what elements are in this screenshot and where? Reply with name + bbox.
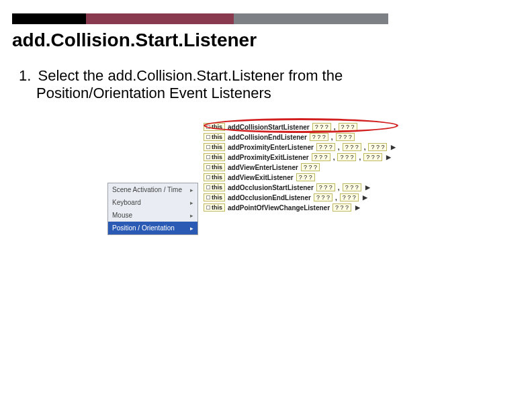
listener-row[interactable]: thisaddViewEnterListener? ? ? [204,163,396,172]
chip-square-icon [206,135,210,139]
expand-caret-icon: ▶ [365,184,370,191]
param-separator: , [364,144,366,151]
this-chip: this [204,173,225,181]
param-separator: , [335,194,337,201]
param-placeholder: ? ? ? [310,133,328,141]
chip-square-icon [206,125,210,129]
instruction-line2: Position/Orientation Event Listeners [19,85,532,102]
this-label: this [212,144,222,150]
listener-list: thisaddCollisionStartListener? ? ?,? ? ?… [204,122,396,212]
accent-gray [234,13,388,24]
accent-black [12,13,86,24]
param-placeholder: ? ? ? [337,153,356,161]
param-separator: , [331,134,333,141]
param-placeholder: ? ? ? [343,183,361,191]
listener-row[interactable]: thisaddProximityExitListener? ? ?,? ? ?,… [204,152,396,162]
listener-name: addViewExitListener [228,174,294,181]
param-placeholder: ? ? ? [336,133,355,141]
submenu-arrow-icon: ▸ [190,225,193,232]
category-item[interactable]: Scene Activation / Time▸ [108,183,197,196]
chip-square-icon [206,165,210,169]
this-label: this [212,184,222,191]
category-item[interactable]: Keyboard▸ [108,196,197,209]
chip-square-icon [206,155,210,159]
param-separator: , [334,124,336,131]
listener-panel: thisaddCollisionStartListener? ? ?,? ? ?… [204,122,396,212]
slide-title: add.Collision.Start.Listener [0,24,532,51]
listener-name: addCollisionEndListener [228,134,307,141]
listener-row[interactable]: thisaddViewExitListener? ? ? [204,173,396,182]
listener-row[interactable]: thisaddOcclusionEndListener? ? ?,? ? ?▶ [204,193,396,202]
this-chip: this [204,193,225,201]
param-placeholder: ? ? ? [339,123,357,131]
this-label: this [212,164,222,171]
param-placeholder: ? ? ? [368,143,387,151]
listener-name: addCollisionStartListener [228,124,310,131]
listener-row[interactable]: thisaddCollisionEndListener? ? ?,? ? ? [204,132,396,142]
listener-name: addOcclusionStartListener [228,184,314,191]
listener-name: addViewEnterListener [228,164,298,171]
listener-name: addOcclusionEndListener [228,194,311,201]
this-chip: this [204,203,225,212]
param-placeholder: ? ? ? [312,153,330,161]
this-label: this [212,194,222,201]
listener-name: addPointOfViewChangeListener [228,204,330,212]
instruction-line1: Select the add.Collision.Start.Listener … [38,67,343,84]
accent-maroon [86,13,234,24]
param-placeholder: ? ? ? [312,123,331,131]
this-chip: this [204,163,225,171]
category-label: Mouse [112,212,132,219]
param-separator: , [333,154,335,161]
event-category-menu: Scene Activation / Time▸Keyboard▸Mouse▸P… [107,183,198,235]
listener-row[interactable]: thisaddCollisionStartListener? ? ?,? ? ? [204,122,396,132]
param-separator: , [338,144,340,151]
this-chip: this [204,153,225,161]
param-placeholder: ? ? ? [314,193,332,201]
param-separator: , [338,184,340,191]
chip-square-icon [206,195,210,199]
submenu-arrow-icon: ▸ [190,187,193,193]
expand-caret-icon: ▶ [363,194,367,201]
param-placeholder: ? ? ? [343,143,361,151]
param-separator: , [359,154,361,161]
category-item[interactable]: Position / Orientation▸ [108,222,197,234]
category-item[interactable]: Mouse▸ [108,209,197,222]
param-placeholder: ? ? ? [301,163,320,171]
listener-name: addProximityEnterListener [228,144,314,151]
param-placeholder: ? ? ? [340,193,359,201]
expand-caret-icon: ▶ [355,204,360,211]
instruction-text: 1. Select the add.Collision.Start.Listen… [0,51,532,102]
chip-square-icon [206,205,210,210]
listener-name: addProximityExitListener [228,154,309,161]
this-chip: this [204,123,225,131]
this-label: this [212,154,222,161]
title-accent-bar [12,13,388,24]
this-label: this [212,174,222,181]
category-label: Keyboard [112,199,141,206]
this-chip: this [204,143,225,151]
expand-caret-icon: ▶ [386,154,391,161]
param-placeholder: ? ? ? [316,183,335,191]
this-label: this [212,124,222,130]
this-label: this [212,204,222,211]
submenu-arrow-icon: ▸ [190,199,193,206]
this-chip: this [204,183,225,191]
listener-row[interactable]: thisaddOcclusionStartListener? ? ?,? ? ?… [204,183,396,192]
submenu-arrow-icon: ▸ [190,212,193,219]
this-chip: this [204,133,225,141]
param-placeholder: ? ? ? [316,143,335,151]
param-placeholder: ? ? ? [363,153,382,161]
category-label: Scene Activation / Time [112,186,182,193]
listener-row[interactable]: thisaddProximityEnterListener? ? ?,? ? ?… [204,142,396,152]
this-label: this [212,134,222,140]
expand-caret-icon: ▶ [391,144,396,150]
chip-square-icon [206,145,210,149]
category-label: Position / Orientation [112,224,175,232]
param-placeholder: ? ? ? [332,203,351,212]
param-placeholder: ? ? ? [296,173,315,181]
listener-row[interactable]: thisaddPointOfViewChangeListener? ? ?▶ [204,203,396,212]
chip-square-icon [206,185,210,189]
chip-square-icon [206,175,210,179]
list-number: 1. [19,67,31,84]
